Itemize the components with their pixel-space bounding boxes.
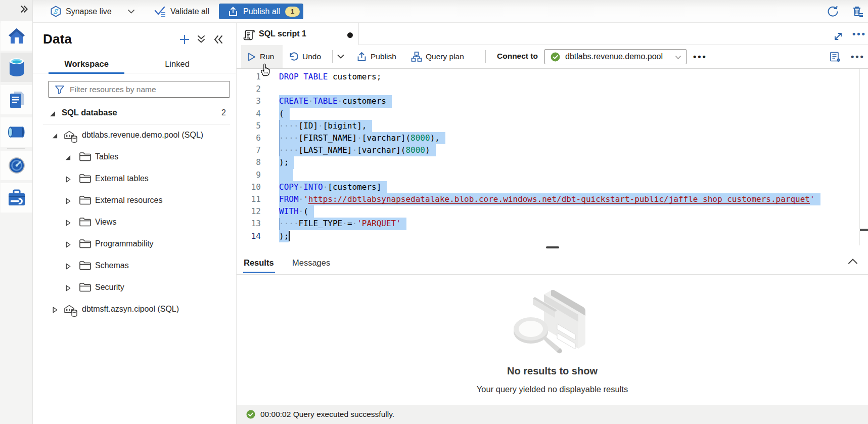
- tab-sql-script-1[interactable]: SQL script 1: [237, 23, 359, 45]
- caret-expanded-icon[interactable]: [65, 154, 71, 161]
- top-command-bar: Synapse live Validate all Publish all 1: [33, 0, 868, 23]
- collapse-all-icon[interactable]: [196, 33, 208, 46]
- data-icon: [8, 57, 25, 77]
- nav-home[interactable]: [1, 21, 32, 51]
- status-message: 00:00:02 Query executed successfully.: [260, 410, 394, 419]
- git-mode-selector-label[interactable]: Synapse live: [66, 0, 112, 23]
- code-token: ': [810, 194, 815, 204]
- expand-nav-icon[interactable]: [20, 5, 29, 14]
- undo-button[interactable]: Undo: [288, 45, 321, 68]
- sql-database-count: 2: [221, 108, 226, 117]
- tree-item-external-resources[interactable]: External resources: [33, 190, 236, 212]
- line-number: 11: [237, 193, 261, 205]
- code-token: ····: [279, 121, 299, 131]
- tree-item-schemas[interactable]: Schemas: [33, 256, 236, 277]
- left-nav-rail: [0, 0, 33, 424]
- code-token: ·: [323, 182, 328, 192]
- toolbar-more-actions[interactable]: •••: [693, 45, 707, 68]
- pool-select-value: dbtlabs.revenue.demo.pool: [565, 52, 663, 61]
- nav-develop[interactable]: [1, 85, 32, 114]
- code-token: ): [425, 145, 430, 155]
- filter-placeholder: Filter resources by name: [70, 85, 156, 94]
- tab-messages[interactable]: Messages: [292, 253, 330, 272]
- caret-collapsed-icon[interactable]: [65, 285, 71, 291]
- tab-linked[interactable]: Linked: [124, 55, 230, 73]
- splitter-handle[interactable]: [546, 246, 559, 248]
- collapse-results-icon[interactable]: [847, 256, 858, 267]
- caret-collapsed-icon[interactable]: [65, 220, 71, 226]
- line-number: 9: [237, 169, 261, 181]
- tree-item-label: Tables: [95, 152, 118, 161]
- refresh-icon[interactable]: [827, 0, 839, 23]
- folder-icon: [79, 238, 92, 249]
- caret-collapsed-icon[interactable]: [65, 176, 71, 183]
- add-resource-icon[interactable]: [178, 33, 191, 46]
- synapse-live-icon: [50, 0, 62, 23]
- tree-item-external-tables[interactable]: External tables: [33, 168, 236, 190]
- editor-more-actions[interactable]: •••: [851, 45, 865, 68]
- code-area: 1DROP TABLE customers;23CREATE·TABLE·cus…: [237, 71, 820, 242]
- nav-data[interactable]: [1, 53, 32, 82]
- integrate-icon: [7, 124, 26, 140]
- nav-manage[interactable]: [1, 183, 32, 213]
- pool-select-dropdown[interactable]: dbtlabs.revenue.demo.pool: [544, 49, 687, 64]
- code-token: [customers]: [328, 182, 381, 192]
- undo-redo-dropdown[interactable]: [336, 45, 345, 68]
- folder-icon: [79, 173, 92, 184]
- workspace-tab-label: Workspace: [64, 59, 109, 69]
- tab-workspace[interactable]: Workspace: [49, 55, 124, 73]
- data-panel: Data Workspace Linked Filter resources b…: [33, 23, 237, 424]
- caret-collapsed-icon[interactable]: [65, 198, 71, 204]
- validate-all-button[interactable]: Validate all: [170, 0, 209, 23]
- code-token: [varchar](: [357, 145, 405, 155]
- expand-editor-icon[interactable]: [833, 31, 843, 41]
- bracket-guide: [279, 132, 280, 144]
- code-line-7: 7····[LAST_NAME]·[varchar](8000): [237, 144, 820, 156]
- editor-area: SQL script 1 ••• Run: [237, 23, 868, 424]
- tree-item-programmability[interactable]: Programmability: [33, 234, 236, 256]
- run-button[interactable]: Run: [241, 45, 283, 68]
- tab-more-actions-icon[interactable]: •••: [852, 29, 862, 39]
- publish-all-label: Publish all: [243, 7, 280, 16]
- mode-dropdown-chevron-icon[interactable]: [127, 0, 135, 23]
- manage-icon: [8, 189, 26, 206]
- publish-all-button[interactable]: Publish all 1: [219, 4, 303, 19]
- tab-results[interactable]: Results: [244, 253, 274, 272]
- tree-item-tables[interactable]: Tables: [33, 147, 236, 168]
- sql-script-icon: [243, 29, 255, 41]
- sidebar-tabs: Workspace Linked: [33, 55, 236, 73]
- tree-item-security[interactable]: Security: [33, 277, 236, 299]
- nav-monitor[interactable]: [1, 151, 32, 180]
- nav-integrate[interactable]: [1, 117, 32, 147]
- caret-collapsed-icon[interactable]: [65, 263, 71, 270]
- filter-resources-input[interactable]: Filter resources by name: [48, 81, 230, 98]
- sql-database-label: SQL database: [62, 108, 117, 117]
- code-line-4: 4(: [237, 108, 820, 120]
- success-check-icon: [246, 410, 255, 419]
- tree-item-dbtlabs-revenue-demo-pool-sql[interactable]: dbtlabs.revenue.demo.pool (SQL): [33, 125, 236, 147]
- code-line-14: 14);: [237, 230, 820, 242]
- sql-database-section[interactable]: SQL database 2: [33, 104, 236, 124]
- query-plan-button[interactable]: Query plan: [411, 45, 464, 68]
- pool-status-ok-icon: [551, 52, 560, 62]
- collapse-panel-icon[interactable]: [212, 33, 224, 46]
- tree-item-views[interactable]: Views: [33, 212, 236, 234]
- code-editor[interactable]: 1DROP TABLE customers;23CREATE·TABLE·cus…: [237, 69, 868, 248]
- caret-expanded-icon[interactable]: [52, 133, 58, 139]
- code-token: CREATE: [279, 96, 308, 106]
- code-token: ·: [357, 133, 362, 143]
- tree-item-label: External resources: [95, 196, 162, 205]
- pool-select-chevron-icon: [674, 54, 682, 61]
- results-divider: [237, 274, 868, 275]
- code-token: );: [279, 157, 289, 167]
- tree-item-dbtmsft-azsyn-cipool-sql[interactable]: dbtmsft.azsyn.cipool (SQL): [33, 299, 236, 321]
- query-settings-icon[interactable]: [829, 45, 841, 68]
- caret-collapsed-icon[interactable]: [52, 307, 58, 313]
- run-play-icon: [247, 52, 256, 62]
- toolbar-separator: [332, 50, 333, 63]
- publish-button[interactable]: Publish: [356, 45, 396, 68]
- panel-splitter[interactable]: [237, 245, 868, 249]
- discard-all-icon[interactable]: [852, 0, 864, 23]
- section-divider: [43, 124, 230, 124]
- caret-collapsed-icon[interactable]: [65, 241, 71, 248]
